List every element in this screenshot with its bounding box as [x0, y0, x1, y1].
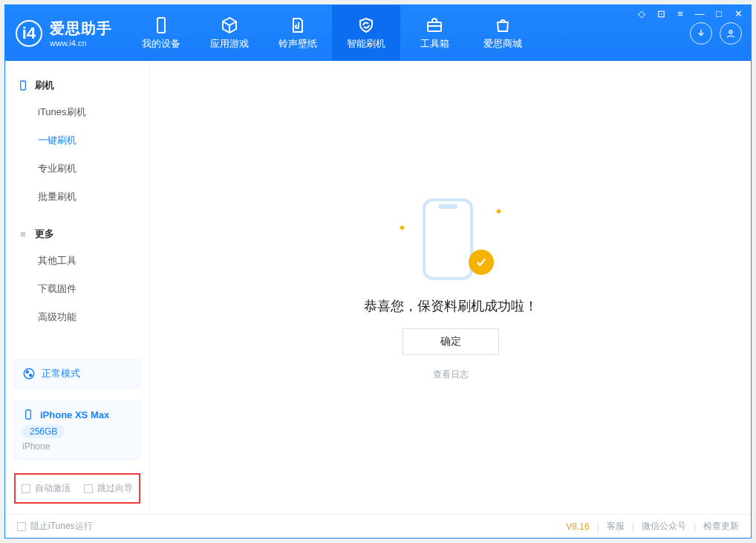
nav-label: 我的设备	[142, 37, 180, 51]
sidebar-item-download-firmware[interactable]: 下载固件	[5, 275, 149, 303]
wechat-link[interactable]: 微信公众号	[642, 520, 686, 533]
status-bar: 阻止iTunes运行 V8.16 | 客服 | 微信公众号 | 检查更新	[5, 514, 751, 538]
close-button[interactable]: ✕	[731, 8, 745, 19]
svg-point-5	[26, 371, 28, 373]
device-card[interactable]: iPhone XS Max 256GB iPhone	[14, 400, 140, 460]
svg-rect-3	[21, 81, 26, 90]
nav-store[interactable]: 爱思商城	[469, 5, 537, 61]
toolbox-icon	[426, 16, 443, 34]
sidebar-section-flash: 刷机	[5, 73, 149, 98]
device-name-label: iPhone XS Max	[40, 409, 109, 420]
nav-label: 工具箱	[420, 37, 449, 51]
checkbox-skip-guide[interactable]: 跳过向导	[84, 482, 133, 495]
nav-toolbox[interactable]: 工具箱	[400, 5, 469, 61]
separator: |	[597, 521, 599, 532]
account-button[interactable]	[720, 22, 742, 45]
phone-small-icon	[22, 409, 34, 420]
bag-icon	[494, 16, 512, 34]
sidebar-item-one-click-flash[interactable]: 一键刷机	[5, 126, 149, 155]
sidebar: 刷机 iTunes刷机 一键刷机 专业刷机 批量刷机 ≡ 更多 其他工具 下载固…	[5, 61, 150, 514]
separator: |	[632, 521, 634, 532]
nav-label: 应用游戏	[210, 37, 249, 51]
svg-point-2	[729, 30, 732, 33]
phone-illustration-icon	[423, 198, 473, 280]
check-update-link[interactable]: 检查更新	[703, 520, 739, 533]
checkbox-block-itunes[interactable]: 阻止iTunes运行	[17, 520, 93, 533]
svg-point-6	[30, 374, 32, 377]
nav-label: 爱思商城	[483, 37, 522, 51]
device-storage-badge: 256GB	[22, 425, 65, 438]
success-illustration	[406, 195, 495, 284]
checkbox-icon	[84, 484, 93, 493]
mode-label: 正常模式	[42, 367, 80, 380]
top-nav: 我的设备 应用游戏 铃声壁纸 智能刷机 工具箱 爱思商城	[127, 5, 537, 61]
sidebar-item-pro-flash[interactable]: 专业刷机	[5, 155, 149, 183]
ok-button[interactable]: 确定	[403, 328, 499, 355]
phone-icon	[152, 16, 170, 34]
brand: i4 爱思助手 www.i4.cn	[5, 5, 127, 61]
device-icon	[17, 79, 29, 91]
user-icon	[725, 27, 737, 39]
svg-point-4	[24, 368, 34, 379]
mode-icon	[22, 367, 36, 380]
checkbox-icon	[17, 522, 26, 531]
device-mode-card[interactable]: 正常模式	[14, 359, 140, 388]
music-file-icon	[289, 16, 307, 34]
skin-icon[interactable]: ◇	[635, 8, 648, 19]
checkbox-label: 阻止iTunes运行	[30, 520, 93, 533]
flash-options-box: 自动激活 跳过向导	[14, 473, 140, 504]
main-content: 恭喜您，保资料刷机成功啦！ 确定 查看日志	[150, 61, 751, 514]
success-message: 恭喜您，保资料刷机成功啦！	[364, 297, 538, 315]
separator: |	[694, 521, 696, 532]
checkbox-label: 自动激活	[35, 482, 71, 495]
sidebar-item-advanced[interactable]: 高级功能	[5, 303, 149, 331]
check-badge-icon	[469, 250, 494, 275]
sidebar-item-other-tools[interactable]: 其他工具	[5, 247, 149, 275]
list-icon: ≡	[17, 228, 29, 240]
sidebar-item-batch-flash[interactable]: 批量刷机	[5, 183, 149, 211]
svg-rect-0	[157, 18, 165, 33]
nav-label: 智能刷机	[347, 37, 385, 51]
sidebar-section-more: ≡ 更多	[5, 221, 149, 247]
checkbox-label: 跳过向导	[97, 482, 133, 495]
checkbox-icon	[22, 484, 30, 493]
maximize-button[interactable]: □	[712, 8, 726, 19]
checkbox-auto-activate[interactable]: 自动激活	[22, 482, 71, 495]
menu-icon[interactable]: ≡	[674, 8, 687, 19]
svg-rect-7	[26, 410, 31, 419]
refresh-shield-icon	[357, 16, 375, 34]
nav-ringtone-wallpaper[interactable]: 铃声壁纸	[264, 5, 332, 61]
support-link[interactable]: 客服	[607, 520, 625, 533]
nav-my-device[interactable]: 我的设备	[127, 5, 195, 61]
section-label: 刷机	[35, 79, 54, 92]
version-label: V8.16	[566, 521, 589, 532]
sidebar-item-itunes-flash[interactable]: iTunes刷机	[5, 98, 149, 126]
brand-name: 爱思助手	[50, 19, 112, 39]
view-log-link[interactable]: 查看日志	[433, 368, 469, 381]
minimize-button[interactable]: —	[693, 8, 706, 19]
section-label: 更多	[35, 227, 54, 241]
download-icon	[695, 27, 707, 39]
cube-icon	[221, 16, 238, 34]
nav-label: 铃声壁纸	[278, 37, 317, 51]
brand-url: www.i4.cn	[50, 39, 112, 48]
window-controls: ◇ ⊡ ≡ — □ ✕	[635, 8, 745, 19]
nav-smart-flash[interactable]: 智能刷机	[332, 5, 400, 61]
download-manager-button[interactable]	[690, 22, 712, 45]
brand-logo-icon: i4	[16, 20, 42, 47]
nav-apps-games[interactable]: 应用游戏	[195, 5, 264, 61]
feedback-icon[interactable]: ⊡	[654, 8, 668, 19]
device-type-label: iPhone	[22, 441, 132, 452]
